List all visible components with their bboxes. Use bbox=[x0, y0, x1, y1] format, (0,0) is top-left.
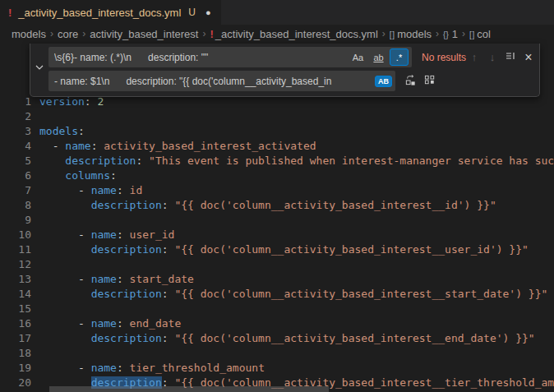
code-text bbox=[39, 257, 554, 272]
code-text bbox=[39, 213, 554, 228]
code-text: models: bbox=[39, 124, 554, 139]
code-line[interactable]: 11 description: "{{ doc('column__activit… bbox=[0, 242, 554, 257]
code-text: description: "This event is published wh… bbox=[39, 154, 554, 168]
code-text: - name: user_id bbox=[39, 228, 554, 242]
line-number: 14 bbox=[0, 287, 39, 302]
find-nav-buttons: ↑ ↓ × bbox=[466, 49, 537, 66]
replace-icon bbox=[404, 74, 417, 89]
line-number: 8 bbox=[0, 198, 39, 213]
breadcrumb-item-symbol-models[interactable]: models bbox=[390, 28, 432, 40]
code-line[interactable]: 8 description: "{{ doc('column__activity… bbox=[0, 198, 554, 213]
line-number: 13 bbox=[0, 272, 39, 287]
horizontal-scrollbar[interactable] bbox=[49, 386, 329, 392]
line-number: 2 bbox=[0, 109, 39, 124]
code-text: - name: tier_threshold_amount bbox=[39, 361, 554, 376]
breadcrumb-item-symbol-index[interactable]: 1 bbox=[443, 28, 458, 40]
match-case-toggle[interactable]: Aa bbox=[349, 48, 367, 66]
unsaved-dot-icon[interactable]: ● bbox=[205, 7, 211, 17]
breadcrumb-label: models bbox=[397, 28, 432, 40]
code-line[interactable]: 14 description: "{{ doc('column__activit… bbox=[0, 287, 554, 302]
code-text: description: "{{ doc('column__activity_b… bbox=[39, 198, 554, 213]
line-number: 6 bbox=[0, 168, 39, 183]
find-option-toggles: Aa ab .* bbox=[349, 48, 409, 66]
toggle-replace-button[interactable] bbox=[30, 47, 48, 91]
code-text: - name: activity_based_interest_activate… bbox=[39, 139, 554, 154]
replace-action-buttons bbox=[402, 73, 438, 90]
code-text: description: "{{ doc('column__activity_b… bbox=[39, 242, 554, 257]
code-line[interactable]: 5 description: "This event is published … bbox=[0, 154, 554, 168]
breadcrumb-label: 1 bbox=[452, 28, 458, 40]
breadcrumb-separator-icon bbox=[50, 28, 53, 39]
code-text: - name: id bbox=[39, 183, 554, 198]
code-line[interactable]: 9 bbox=[0, 213, 554, 228]
breadcrumb-item-file[interactable]: _activity_based_interest_docs.yml bbox=[210, 28, 377, 40]
preserve-case-toggle[interactable]: AB bbox=[375, 76, 392, 87]
whole-word-toggle[interactable]: ab bbox=[369, 48, 388, 66]
line-number: 12 bbox=[0, 257, 39, 272]
git-status-badge: U bbox=[188, 7, 196, 18]
line-number: 18 bbox=[0, 346, 39, 361]
line-number: 10 bbox=[0, 228, 39, 242]
breadcrumb-item-core[interactable]: core bbox=[58, 28, 78, 40]
chevron-down-icon bbox=[34, 62, 45, 76]
symbol-array-icon bbox=[390, 28, 397, 40]
line-number: 3 bbox=[0, 124, 39, 139]
find-in-selection-button[interactable] bbox=[502, 49, 519, 66]
code-line[interactable]: 16 - name: end_date bbox=[0, 316, 554, 331]
code-line[interactable]: 7 - name: id bbox=[0, 183, 554, 198]
code-text: columns: bbox=[39, 168, 554, 183]
code-line[interactable]: 15 bbox=[0, 302, 554, 316]
breadcrumb-label: _activity_based_interest_docs.yml bbox=[215, 28, 378, 40]
replace-input[interactable]: - name: $1\n description: "{{ doc('colum… bbox=[48, 71, 395, 91]
breadcrumb-separator-icon bbox=[202, 28, 205, 39]
line-number: 19 bbox=[0, 361, 39, 376]
breadcrumb-item-models[interactable]: models bbox=[12, 28, 46, 40]
breadcrumb-item-folder[interactable]: activity_based_interest bbox=[90, 28, 198, 40]
breadcrumb: models core activity_based_interest _act… bbox=[0, 25, 554, 43]
code-text bbox=[39, 346, 554, 361]
line-number: 7 bbox=[0, 183, 39, 198]
vscode-window: _activity_based_interest_docs.yml U ● mo… bbox=[0, 0, 554, 392]
code-line[interactable]: 2 bbox=[0, 109, 554, 124]
next-match-button[interactable]: ↓ bbox=[484, 49, 501, 66]
replace-value-text[interactable]: - name: $1\n description: "{{ doc('colum… bbox=[54, 76, 372, 87]
code-line[interactable]: 3models: bbox=[0, 124, 554, 139]
find-results-message: No results bbox=[422, 52, 466, 63]
code-line[interactable]: 6 columns: bbox=[0, 168, 554, 183]
replace-all-button[interactable] bbox=[422, 73, 438, 90]
code-text bbox=[39, 109, 554, 124]
tab-active-file[interactable]: _activity_based_interest_docs.yml U ● bbox=[0, 0, 221, 25]
tab-filename: _activity_based_interest_docs.yml bbox=[18, 7, 181, 19]
code-line[interactable]: 4 - name: activity_based_interest_activa… bbox=[0, 139, 554, 154]
line-number: 17 bbox=[0, 331, 39, 346]
previous-match-button[interactable]: ↑ bbox=[466, 49, 482, 66]
code-line[interactable]: 18 bbox=[0, 346, 554, 361]
find-query-text[interactable]: \s{6}- name: (.*)\n description: "" bbox=[54, 52, 345, 63]
tab-bar: _activity_based_interest_docs.yml U ● bbox=[0, 0, 554, 25]
code-line[interactable]: 12 bbox=[0, 257, 554, 272]
code-line[interactable]: 19 - name: tier_threshold_amount bbox=[0, 361, 554, 376]
breadcrumb-label: activity_based_interest bbox=[90, 28, 198, 40]
line-number: 5 bbox=[0, 154, 39, 168]
line-number: 9 bbox=[0, 213, 39, 228]
breadcrumb-label: core bbox=[58, 28, 78, 40]
find-replace-widget: \s{6}- name: (.*)\n description: "" Aa a… bbox=[30, 44, 540, 97]
code-line[interactable]: 13 - name: start_date bbox=[0, 272, 554, 287]
regex-toggle[interactable]: .* bbox=[390, 48, 409, 66]
find-input[interactable]: \s{6}- name: (.*)\n description: "" Aa a… bbox=[48, 47, 412, 67]
replace-all-icon bbox=[424, 74, 436, 89]
close-find-widget-button[interactable]: × bbox=[520, 49, 537, 66]
line-number: 15 bbox=[0, 302, 39, 316]
line-number: 20 bbox=[0, 376, 39, 390]
line-number: 11 bbox=[0, 242, 39, 257]
replace-button[interactable] bbox=[402, 73, 418, 90]
code-text: description: "{{ doc('column__activity_b… bbox=[39, 331, 554, 346]
breadcrumb-item-symbol-columns[interactable]: col bbox=[469, 28, 491, 40]
code-line[interactable]: 17 description: "{{ doc('column__activit… bbox=[0, 331, 554, 346]
breadcrumb-label: models bbox=[12, 28, 46, 40]
breadcrumb-separator-icon bbox=[382, 28, 385, 39]
code-line[interactable]: 10 - name: user_id bbox=[0, 228, 554, 242]
code-text: description: "{{ doc('column__activity_b… bbox=[39, 287, 554, 302]
breadcrumb-separator-icon bbox=[462, 28, 465, 39]
breadcrumb-separator-icon bbox=[82, 28, 85, 39]
